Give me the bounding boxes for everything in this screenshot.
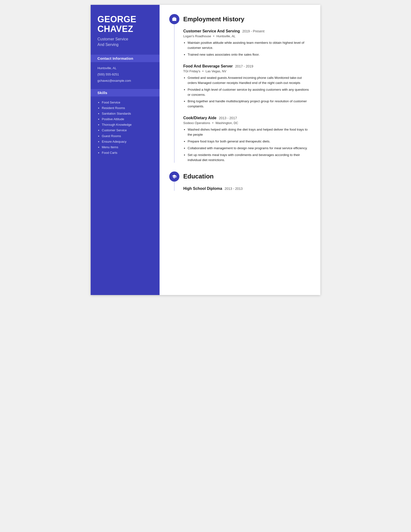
job-company: Logan's Roadhouse • Huntsville, AL (183, 34, 310, 38)
skill-item: Thorough Knowledge (102, 123, 153, 127)
job-bullet: Provided a high level of customer servic… (188, 87, 310, 97)
job-bullets: Greeted and seated guests Answered incom… (183, 76, 310, 109)
candidate-title: Customer Service And Serving (97, 37, 153, 48)
employment-section-header: Employment History (169, 14, 310, 24)
skill-item: Food Carts (102, 151, 153, 155)
education-entry: High School Diploma2013 - 2013 (183, 186, 310, 191)
skill-item: Ensure Adequacy (102, 140, 153, 144)
candidate-name: GEORGE CHAVEZ (97, 15, 153, 34)
job-title: Customer Service And Serving (183, 29, 240, 33)
edu-degree: High School Diploma (183, 186, 222, 190)
skill-item: Menu Items (102, 145, 153, 150)
contact-phone: (500) 555-9251 (97, 72, 153, 77)
job-title: Cook/Dietary Aide (183, 116, 216, 120)
job-company: Sodexo Operations • Washington, DC (183, 121, 310, 125)
employment-section-title: Employment History (183, 16, 244, 23)
main-content: Employment History Customer Service And … (159, 5, 320, 295)
sidebar: GEORGE CHAVEZ Customer Service And Servi… (91, 5, 159, 295)
contact-section-title: Contact Information (91, 55, 159, 62)
job-dates: 2013 - 2017 (219, 116, 237, 120)
job-dates: 2017 - 2019 (235, 64, 253, 68)
contact-location: Huntsville, AL (97, 66, 153, 70)
skill-item: Sanitation Standards (102, 112, 153, 116)
job-bullet: Maintain positive attitude while assisti… (188, 40, 310, 50)
job-bullet: Set up residents meal trays with condime… (188, 152, 310, 163)
job-entry: Food And Beverage Server2017 - 2019TGI F… (183, 64, 310, 109)
timeline-line (174, 14, 175, 163)
skills-section-title: Skills (91, 89, 159, 96)
job-company: TGI Friday's • Las Vegas, NV (183, 69, 310, 73)
edu-dates: 2013 - 2013 (224, 187, 243, 190)
skill-item: Positive Attitude (102, 117, 153, 121)
skill-item: Resident Rooms (102, 106, 153, 110)
employment-content: Customer Service And Serving2019 - Prese… (169, 29, 310, 163)
education-section-title: Education (183, 173, 214, 180)
job-bullet: Trained new sales associates onto the sa… (188, 52, 310, 57)
briefcase-icon (169, 14, 179, 24)
skill-item: Food Service (102, 100, 153, 105)
skills-section: Skills Food ServiceResident RoomsSanitat… (97, 89, 153, 155)
job-bullet: Collaborated with management to design n… (188, 146, 310, 151)
job-bullet: Washed dishes helped with doing the diet… (188, 127, 310, 137)
job-dates: 2019 - Present (242, 29, 264, 33)
resume-container: GEORGE CHAVEZ Customer Service And Servi… (91, 5, 320, 295)
job-bullet: Bring together and handle multidisciplin… (188, 99, 310, 109)
skill-item: Customer Service (102, 128, 153, 133)
contact-email: gchavez@example.com (97, 79, 153, 83)
education-content: High School Diploma2013 - 2013 (169, 186, 310, 191)
education-section-header: Education (169, 171, 310, 182)
job-bullet: Greeted and seated guests Answered incom… (188, 76, 310, 86)
job-entry: Cook/Dietary Aide2013 - 2017Sodexo Opera… (183, 116, 310, 163)
job-bullets: Washed dishes helped with doing the diet… (183, 127, 310, 163)
job-bullets: Maintain positive attitude while assisti… (183, 40, 310, 57)
graduation-icon (169, 171, 179, 182)
contact-section: Contact Information Huntsville, AL (500)… (97, 55, 153, 83)
job-bullet: Prepare food trays for both general and … (188, 139, 310, 144)
job-entry: Customer Service And Serving2019 - Prese… (183, 29, 310, 57)
skill-item: Guest Rooms (102, 134, 153, 138)
education-section: Education High School Diploma2013 - 2013 (169, 171, 310, 191)
job-title: Food And Beverage Server (183, 64, 233, 68)
employment-section: Employment History Customer Service And … (169, 14, 310, 163)
skills-list: Food ServiceResident RoomsSanitation Sta… (97, 100, 153, 155)
